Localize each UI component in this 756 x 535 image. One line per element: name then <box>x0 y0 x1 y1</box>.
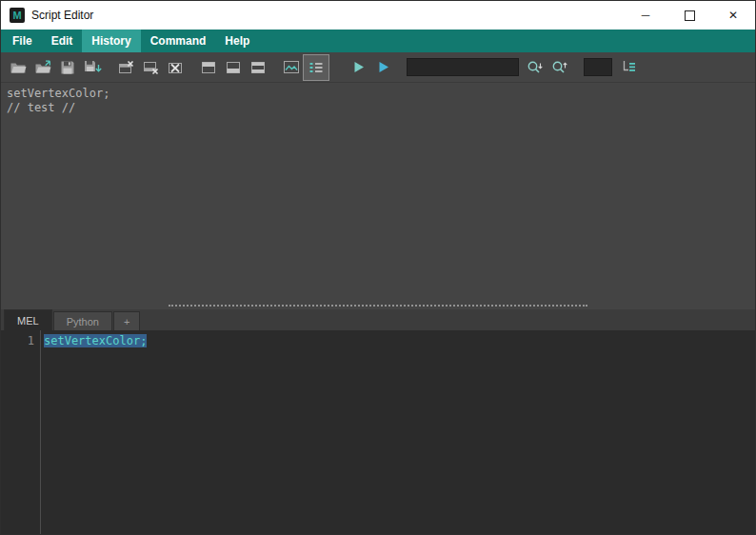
window-controls: ─ ✕ <box>624 1 755 30</box>
command-completion-button[interactable] <box>616 55 641 80</box>
window-title: Script Editor <box>31 9 93 22</box>
input-pane-layout-icon <box>226 61 241 74</box>
toolbar <box>1 52 755 83</box>
pane-splitter[interactable] <box>1 301 755 309</box>
search-up-button[interactable] <box>547 55 571 80</box>
line-number: 1 <box>1 333 34 348</box>
line-numbers-icon <box>308 61 324 74</box>
search-down-icon <box>526 60 544 75</box>
split-pane-layout-icon <box>250 61 266 74</box>
menu-command[interactable]: Command <box>141 30 216 52</box>
minimize-button[interactable]: ─ <box>624 1 667 30</box>
tab-bar: MEL Python + <box>1 309 755 330</box>
search-input[interactable] <box>407 58 519 76</box>
folder-open-icon <box>10 60 27 74</box>
command-completion-icon <box>620 60 637 74</box>
save-script-button[interactable] <box>55 55 80 80</box>
save-icon <box>60 60 75 75</box>
clear-history-icon <box>117 60 134 75</box>
splitter-handle-dots <box>169 305 587 307</box>
execute-all-button[interactable] <box>346 55 370 80</box>
maya-logo-icon: M <box>10 8 25 23</box>
search-down-button[interactable] <box>522 55 547 80</box>
tab-mel[interactable]: MEL <box>4 309 52 330</box>
close-button[interactable]: ✕ <box>711 1 755 30</box>
history-pane-layout-icon <box>201 61 216 74</box>
execute-button[interactable] <box>370 55 395 80</box>
tooltip-help-icon <box>283 60 300 74</box>
save-to-shelf-icon <box>84 60 102 75</box>
menu-edit[interactable]: Edit <box>42 30 83 52</box>
clear-all-button[interactable] <box>163 55 188 80</box>
load-script-button[interactable] <box>6 55 30 80</box>
history-line: // test // <box>7 101 749 115</box>
code-line: setVertexColor; <box>44 333 755 348</box>
show-history-pane-button[interactable] <box>196 55 221 80</box>
source-script-button[interactable] <box>30 55 55 80</box>
selected-code: setVertexColor; <box>44 334 147 347</box>
clear-input-icon <box>142 60 159 75</box>
menu-help[interactable]: Help <box>215 30 259 52</box>
show-both-panes-button[interactable] <box>246 55 270 80</box>
execute-icon <box>376 60 390 74</box>
show-input-pane-button[interactable] <box>221 55 246 80</box>
folder-source-icon <box>34 60 51 74</box>
code-area[interactable]: setVertexColor; <box>41 330 755 534</box>
script-editor-window: M Script Editor ─ ✕ File Edit History Co… <box>0 0 756 535</box>
goto-line-field[interactable] <box>584 58 612 76</box>
tab-python[interactable]: Python <box>53 311 112 330</box>
line-numbers-button[interactable] <box>304 55 328 80</box>
maximize-icon <box>685 10 695 21</box>
clear-input-button[interactable] <box>138 55 163 80</box>
clear-all-icon <box>167 60 184 75</box>
execute-all-icon <box>351 60 366 74</box>
save-to-shelf-button[interactable] <box>80 55 105 80</box>
search-up-icon <box>550 60 568 75</box>
menu-history[interactable]: History <box>82 30 140 52</box>
maximize-button[interactable] <box>667 1 711 30</box>
history-line: setVertexColor; <box>7 87 749 101</box>
editor-pane: 1 setVertexColor; <box>1 330 755 534</box>
titlebar: M Script Editor ─ ✕ <box>1 1 755 30</box>
close-icon: ✕ <box>728 9 738 22</box>
clear-history-button[interactable] <box>113 55 138 80</box>
minimize-icon: ─ <box>642 9 650 22</box>
line-number-gutter: 1 <box>1 330 41 534</box>
history-pane[interactable]: setVertexColor; // test // <box>1 83 755 301</box>
menubar: File Edit History Command Help <box>1 30 755 52</box>
menu-file[interactable]: File <box>3 30 42 52</box>
tooltip-help-button[interactable] <box>279 55 304 80</box>
tab-add[interactable]: + <box>113 311 140 330</box>
